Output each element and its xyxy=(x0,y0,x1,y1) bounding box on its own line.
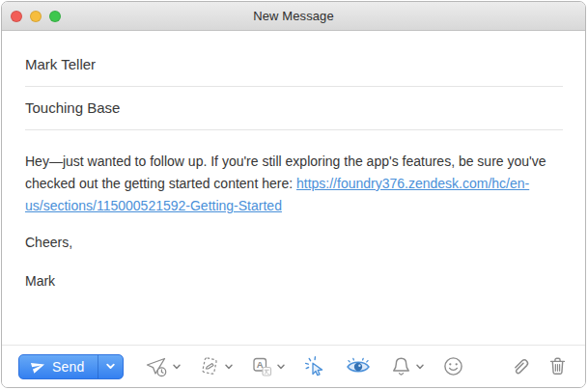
send-button[interactable]: Send xyxy=(18,354,124,379)
chevron-down-icon xyxy=(173,364,181,370)
send-later-button[interactable] xyxy=(145,352,181,381)
toolbar-left-group: A xyxy=(145,352,464,381)
reminder-button[interactable] xyxy=(390,352,424,381)
closing-text: Cheers, xyxy=(25,232,562,254)
bell-icon xyxy=(390,355,412,377)
window-title: New Message xyxy=(253,9,333,23)
paperclip-icon xyxy=(509,355,532,378)
message-body[interactable]: Hey—just wanted to follow up. If you're … xyxy=(2,130,585,345)
header-fields xyxy=(2,31,585,130)
link-tracking-button[interactable] xyxy=(303,352,326,381)
delete-draft-button[interactable] xyxy=(546,352,569,381)
chevron-down-icon xyxy=(416,364,424,370)
template-button[interactable] xyxy=(199,352,233,381)
smiley-icon xyxy=(442,355,464,377)
titlebar: New Message xyxy=(2,2,585,31)
zoom-button[interactable] xyxy=(49,11,61,22)
compose-window: New Message Hey—just wanted to follow up… xyxy=(1,1,586,388)
cursor-click-rays-icon xyxy=(303,355,326,378)
send-later-icon xyxy=(145,356,169,377)
chevron-down-icon xyxy=(277,364,285,370)
send-icon xyxy=(29,357,47,376)
send-options-button[interactable] xyxy=(98,355,123,378)
translate-icon: A xyxy=(251,356,273,377)
send-label: Send xyxy=(52,359,85,375)
open-tracking-button[interactable] xyxy=(345,352,372,381)
to-field[interactable] xyxy=(25,41,563,86)
close-button[interactable] xyxy=(11,11,22,22)
minimize-button[interactable] xyxy=(30,11,42,22)
template-icon xyxy=(199,355,221,377)
composer-toolbar: Send xyxy=(2,345,585,387)
translate-button[interactable]: A xyxy=(251,352,285,381)
subject-field[interactable] xyxy=(25,87,563,129)
emoji-button[interactable] xyxy=(442,352,464,381)
signature-text: Mark xyxy=(25,270,562,292)
attach-file-button[interactable] xyxy=(509,352,532,381)
toolbar-right-group xyxy=(509,352,569,381)
trash-icon xyxy=(546,355,569,377)
chevron-down-icon xyxy=(106,363,115,370)
chevron-down-icon xyxy=(225,364,233,370)
traffic-lights xyxy=(11,2,61,30)
eye-icon xyxy=(345,356,372,377)
